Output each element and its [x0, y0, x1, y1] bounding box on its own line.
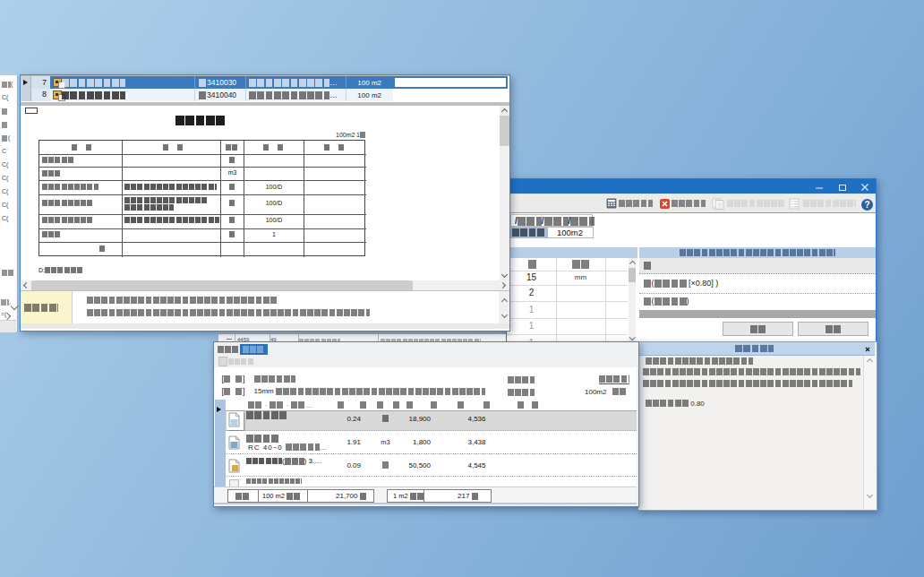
svg-text:?: ?	[717, 202, 722, 210]
